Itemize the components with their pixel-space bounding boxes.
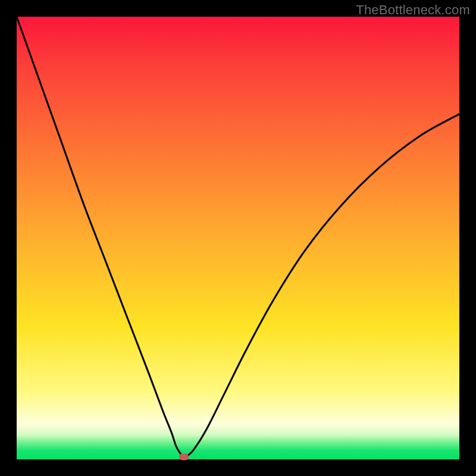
watermark-text: TheBottleneck.com <box>356 2 470 18</box>
bottleneck-curve <box>17 17 459 459</box>
chart-area <box>17 17 459 459</box>
optimal-point-marker <box>179 453 189 460</box>
curve-path <box>17 17 459 456</box>
